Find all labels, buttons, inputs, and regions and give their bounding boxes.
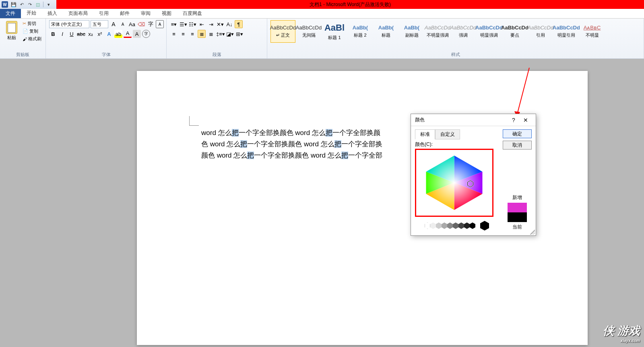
text-effects-icon[interactable]: A — [105, 30, 113, 38]
tab-mailings[interactable]: 邮件 — [114, 9, 135, 18]
tab-review[interactable]: 审阅 — [135, 9, 156, 18]
shading-icon[interactable]: ◪▾ — [226, 30, 234, 38]
enclose-char-icon[interactable]: 字 — [142, 30, 150, 38]
bullets-icon[interactable]: ≡▾ — [170, 20, 178, 28]
align-center-icon[interactable]: ≡ — [179, 30, 187, 38]
document-area: word 怎么把一个字全部换颜色 word 怎么把一个字全部换颜 色 word … — [0, 68, 644, 347]
font-color-icon[interactable]: A — [124, 30, 132, 38]
paste-label: 粘贴 — [7, 35, 16, 41]
borders-icon[interactable]: ⊞▾ — [235, 30, 244, 38]
style-强调[interactable]: AaBbCcDd强调 — [451, 20, 476, 43]
color-hexagon-picker[interactable] — [418, 152, 491, 214]
ok-button[interactable]: 确定 — [503, 129, 532, 138]
clipboard-icon — [6, 21, 17, 34]
resize-grip-icon[interactable] — [530, 230, 535, 235]
ribbon: 粘贴 ✂剪切 📄复制 🖌格式刷 剪贴板 宋体 (中文正文) 五号 A A Aa … — [0, 19, 644, 59]
tab-standard-colors[interactable]: 标准 — [415, 129, 435, 139]
dialog-close-button[interactable]: ✕ — [520, 115, 532, 125]
multilevel-icon[interactable]: ☷▾ — [188, 20, 196, 28]
char-shading-icon[interactable]: A — [133, 30, 141, 38]
title-bar: 文档1 - Microsoft Word(产品激活失败) — [56, 0, 644, 9]
justify-icon[interactable]: ≣ — [198, 30, 206, 38]
group-label-paragraph: 段落 — [170, 51, 264, 58]
grayscale-row[interactable] — [415, 221, 499, 231]
group-label-font: 字体 — [49, 51, 163, 58]
current-color-label: 当前 — [503, 224, 532, 231]
asian-layout-icon[interactable]: ✕▾ — [216, 20, 224, 28]
distribute-icon[interactable]: ≣ — [207, 30, 215, 38]
char-border-icon[interactable]: A — [156, 20, 164, 28]
tab-layout[interactable]: 页面布局 — [63, 9, 93, 18]
style-标题[interactable]: AaBb(标题 — [374, 20, 398, 43]
grow-font-icon[interactable]: A — [109, 20, 118, 28]
window-title: 文档1 - Microsoft Word(产品激活失败) — [310, 1, 391, 8]
change-case-icon[interactable]: Aa — [128, 20, 136, 28]
margin-marker — [189, 116, 199, 126]
tab-references[interactable]: 引用 — [93, 9, 114, 18]
color-hexagon-highlight — [415, 149, 493, 217]
style-要点[interactable]: AaBbCcDd要点 — [502, 20, 527, 43]
tab-custom-colors[interactable]: 自定义 — [435, 129, 460, 139]
style-无间隔[interactable]: AaBbCcDd无间隔 — [296, 20, 321, 43]
dialog-title: 颜色 — [415, 116, 508, 123]
bold-button[interactable]: B — [49, 30, 57, 38]
show-marks-icon[interactable]: ¶ — [235, 20, 243, 28]
ribbon-tabs: 文件 开始 插入 页面布局 引用 邮件 审阅 视图 百度网盘 — [0, 9, 644, 19]
style-标题 1[interactable]: AaBl标题 1 — [322, 20, 347, 43]
clear-format-icon[interactable]: ⌫ — [137, 20, 145, 28]
dialog-titlebar[interactable]: 颜色 ? ✕ — [411, 114, 536, 126]
separator — [43, 2, 43, 7]
decrease-indent-icon[interactable]: ⇤ — [198, 20, 206, 28]
highlighted-char: 把 — [232, 129, 239, 137]
sort-icon[interactable]: A↓ — [225, 20, 233, 28]
subscript-button[interactable]: x₂ — [87, 30, 95, 38]
undo-icon[interactable]: ↶ — [18, 1, 25, 8]
tab-file[interactable]: 文件 — [0, 9, 21, 18]
underline-button[interactable]: U — [68, 30, 76, 38]
tab-home[interactable]: 开始 — [21, 9, 42, 18]
group-paragraph: ≡▾ ☰▾ ☷▾ ⇤ ⇥ ✕▾ A↓ ¶ ≡ ≡ ≡ ≣ ≣ ‡≡▾ ◪▾ ⊞▾… — [167, 19, 267, 58]
tab-view[interactable]: 视图 — [156, 9, 177, 18]
align-left-icon[interactable]: ≡ — [170, 30, 178, 38]
style-副标题[interactable]: AaBb(副标题 — [399, 20, 424, 43]
style-标题 2[interactable]: AaBb(标题 2 — [348, 20, 373, 43]
group-styles: AaBbCcDd↵ 正文AaBbCcDd无间隔AaBl标题 1AaBb(标题 2… — [267, 19, 644, 58]
superscript-button[interactable]: x² — [96, 30, 104, 38]
save-icon[interactable]: 💾 — [10, 1, 17, 8]
qat-dropdown-icon[interactable]: ▾ — [45, 1, 52, 8]
numbering-icon[interactable]: ☰▾ — [179, 20, 187, 28]
styles-gallery[interactable]: AaBbCcDd↵ 正文AaBbCcDd无间隔AaBl标题 1AaBb(标题 2… — [270, 20, 605, 43]
copy-button[interactable]: 📄复制 — [22, 28, 42, 35]
tab-baidu[interactable]: 百度网盘 — [177, 9, 208, 18]
phonetic-icon[interactable]: 字 — [147, 20, 155, 28]
shrink-font-icon[interactable]: A — [119, 20, 127, 28]
cancel-button[interactable]: 取消 — [503, 141, 532, 150]
format-painter-button[interactable]: 🖌格式刷 — [22, 35, 42, 42]
redo-icon[interactable]: ↷ — [26, 1, 33, 8]
font-family-combo[interactable]: 宋体 (中文正文) — [49, 20, 89, 28]
italic-button[interactable]: I — [58, 30, 66, 38]
group-label-clipboard: 剪贴板 — [3, 51, 42, 58]
style-明显引用[interactable]: AaBbCcDd明显引用 — [554, 20, 579, 43]
align-right-icon[interactable]: ≡ — [188, 30, 196, 38]
paste-button[interactable]: 粘贴 — [3, 20, 20, 42]
style-明显强调[interactable]: AaBbCcDd明显强调 — [477, 20, 502, 43]
highlight-color-icon[interactable]: ab — [114, 30, 122, 38]
style-引用[interactable]: AaBbCcDd引用 — [528, 20, 553, 43]
style-不明显强调[interactable]: AaBbCcDd不明显强调 — [425, 20, 450, 43]
style-正文[interactable]: AaBbCcDd↵ 正文 — [270, 20, 295, 43]
tab-insert[interactable]: 插入 — [42, 9, 63, 18]
color-dialog: 颜色 ? ✕ 标准 自定义 颜色(C): — [411, 114, 536, 236]
qat-custom-icon[interactable]: ◫ — [34, 1, 41, 8]
color-preview — [508, 203, 527, 222]
cut-button[interactable]: ✂剪切 — [22, 20, 42, 27]
increase-indent-icon[interactable]: ⇥ — [207, 20, 215, 28]
strikethrough-button[interactable]: abc — [77, 30, 85, 38]
word-app-icon: W — [2, 1, 8, 8]
colors-label: 颜色(C): — [415, 141, 499, 148]
line-spacing-icon[interactable]: ‡≡▾ — [216, 30, 225, 38]
group-clipboard: 粘贴 ✂剪切 📄复制 🖌格式刷 剪贴板 — [0, 19, 46, 58]
font-size-combo[interactable]: 五号 — [91, 20, 108, 28]
style-不明显[interactable]: AᴀBʙC不明显 — [580, 20, 605, 43]
dialog-help-button[interactable]: ? — [508, 115, 520, 125]
